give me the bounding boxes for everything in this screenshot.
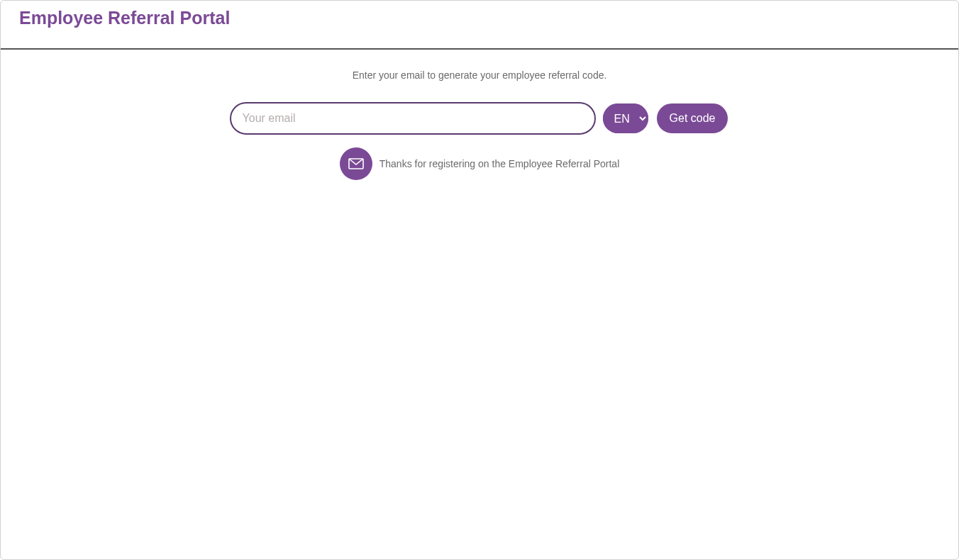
prompt-text: Enter your email to generate your employ… [353,69,607,81]
header: Employee Referral Portal [1,1,958,50]
page-title: Employee Referral Portal [19,8,940,28]
language-select-wrap: EN [602,102,650,135]
get-code-button[interactable]: Get code [655,102,730,135]
language-select[interactable]: EN [603,103,648,133]
mail-icon [340,147,372,180]
status-message: Thanks for registering on the Employee R… [379,158,620,169]
main-content: Enter your email to generate your employ… [1,50,958,180]
email-input[interactable] [230,102,596,135]
status-row: Thanks for registering on the Employee R… [340,147,620,180]
referral-form: EN Get code [230,102,730,135]
